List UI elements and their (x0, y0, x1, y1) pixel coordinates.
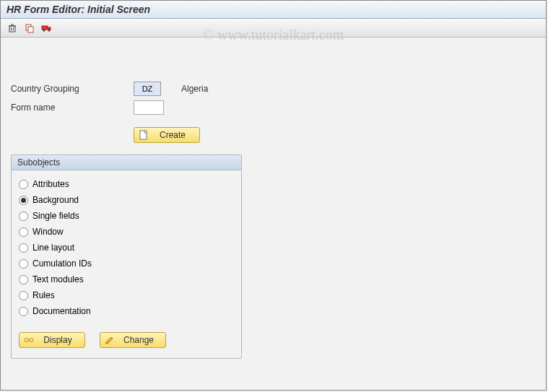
svg-point-13 (30, 338, 33, 341)
svg-point-12 (25, 338, 28, 341)
radio-label: Attributes (32, 179, 69, 189)
app-window: HR Form Editor: Initial Screen © www.tut… (0, 0, 547, 391)
country-grouping-row: Country Grouping Algeria (11, 81, 536, 97)
radio-button-icon (19, 227, 28, 237)
page-title: HR Form Editor: Initial Screen (1, 1, 546, 19)
radio-item[interactable]: Cumulation IDs (19, 256, 234, 271)
create-button[interactable]: Create (134, 127, 200, 143)
pencil-icon (105, 335, 115, 345)
change-button-label: Change (121, 335, 157, 345)
radio-button-icon (19, 180, 28, 189)
svg-rect-11 (140, 131, 147, 139)
radio-label: Background (32, 195, 79, 205)
radio-label: Documentation (32, 306, 91, 316)
display-button-label: Display (40, 335, 76, 345)
radio-label: Single fields (32, 211, 79, 221)
radio-label: Text modules (32, 274, 84, 284)
display-button[interactable]: Display (19, 332, 85, 348)
radio-button-icon (19, 212, 28, 221)
radio-button-icon (19, 275, 28, 284)
svg-rect-0 (9, 26, 15, 32)
svg-point-9 (43, 29, 45, 31)
transport-icon[interactable] (41, 22, 53, 34)
svg-point-10 (48, 29, 51, 31)
change-button[interactable]: Change (100, 332, 166, 348)
country-grouping-label: Country Grouping (11, 84, 134, 94)
country-grouping-input[interactable] (134, 82, 161, 96)
subobjects-radio-list: AttributesBackgroundSingle fieldsWindowL… (12, 170, 241, 322)
radio-item[interactable]: Rules (19, 287, 234, 303)
radio-button-icon (19, 291, 28, 300)
radio-label: Cumulation IDs (32, 258, 92, 269)
radio-item[interactable]: Documentation (19, 303, 234, 319)
radio-label: Rules (32, 290, 55, 300)
toolbar (1, 19, 546, 38)
document-new-icon (139, 130, 149, 140)
radio-label: Window (32, 227, 64, 237)
form-name-input[interactable] (134, 100, 164, 115)
radio-item[interactable]: Window (19, 224, 234, 240)
radio-item[interactable]: Attributes (19, 176, 234, 192)
glasses-icon (24, 335, 34, 345)
radio-button-icon (19, 307, 28, 316)
radio-item[interactable]: Single fields (19, 208, 234, 224)
svg-rect-7 (42, 26, 48, 30)
radio-button-icon (19, 259, 28, 269)
radio-item[interactable]: Background (19, 192, 234, 208)
svg-rect-6 (28, 27, 33, 32)
subobjects-group-title: Subobjects (12, 155, 241, 170)
subobjects-group: Subobjects AttributesBackgroundSingle fi… (11, 154, 242, 359)
form-name-row: Form name (11, 100, 536, 116)
form-name-label: Form name (11, 103, 134, 113)
content-area: Country Grouping Algeria Form name Creat… (1, 38, 546, 366)
trash-icon[interactable] (6, 22, 18, 34)
radio-item[interactable]: Text modules (19, 271, 234, 287)
radio-item[interactable]: Line layout (19, 240, 234, 256)
create-button-label: Create (155, 130, 191, 140)
copy-icon[interactable] (24, 22, 35, 34)
radio-button-icon (19, 196, 28, 205)
radio-label: Line layout (32, 243, 74, 253)
country-grouping-text: Algeria (181, 84, 208, 94)
radio-button-icon (19, 243, 28, 253)
